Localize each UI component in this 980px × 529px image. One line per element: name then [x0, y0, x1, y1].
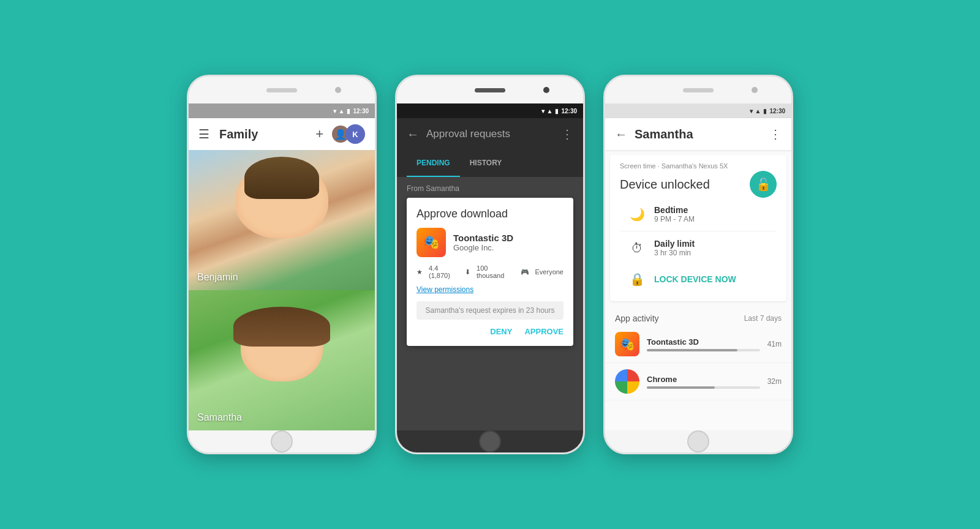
chrome-bar-fill: [647, 386, 715, 389]
app-row-toontastic[interactable]: 🎭 Toontastic 3D 41m: [605, 326, 791, 363]
daily-limit-value: 3 hr 30 min: [654, 249, 767, 257]
app-downloads: 100 thousand: [477, 264, 514, 279]
wifi-icon-2: ▾: [541, 108, 545, 114]
phone-approval: ▾ ▲ ▮ 12:30 ← Approval requests ⋮ PENDIN…: [395, 75, 585, 454]
approve-button[interactable]: APPROVE: [524, 327, 564, 336]
chrome-name: Chrome: [647, 375, 760, 384]
app-activity-days: Last 7 days: [744, 314, 782, 323]
toontastic-time: 41m: [767, 340, 782, 348]
timer-icon: ⏱: [630, 241, 644, 255]
home-button-2[interactable]: [479, 430, 501, 452]
battery-icon-3: ▮: [763, 108, 767, 114]
more-options-icon[interactable]: ⋮: [561, 127, 573, 141]
status-time-3: 12:30: [769, 108, 785, 114]
home-button-1[interactable]: [271, 430, 293, 452]
screen-time-card: Screen time · Samantha's Nexus 5X Device…: [610, 155, 786, 301]
app-icon-toontastic: 🎭: [417, 228, 446, 257]
card-actions: DENY APPROVE: [417, 327, 564, 336]
status-bar-2: ▾ ▲ ▮ 12:30: [397, 103, 583, 118]
speaker-1: [266, 88, 297, 92]
back-button-3[interactable]: ←: [615, 127, 627, 141]
camera-1: [335, 87, 341, 93]
rating-icon: 🎮: [521, 268, 529, 276]
phone3-screen: ▾ ▲ ▮ 12:30 ← Samantha ⋮ Screen time · S…: [605, 103, 791, 430]
approve-download-title: Approve download: [417, 208, 564, 220]
approval-title: Approval requests: [426, 128, 554, 140]
child-name-samantha-1: Samantha: [197, 412, 242, 423]
tabs-bar: PENDING HISTORY: [397, 150, 583, 177]
battery-icon-2: ▮: [555, 108, 559, 114]
toontastic-info: Toontastic 3D: [647, 337, 760, 351]
camera-3: [752, 87, 758, 93]
signal-icon: ▲: [339, 108, 345, 114]
screen-time-status-row: Device unlocked 🔓: [620, 171, 777, 198]
phone-family: ▾ ▲ ▮ 12:30 ☰ Family + 👤 K: [187, 75, 377, 454]
lock-device-row: 🔒 LOCK DEVICE NOW: [620, 264, 777, 294]
device-status: Device unlocked: [620, 178, 710, 192]
deny-button[interactable]: DENY: [490, 327, 512, 336]
screen-time-label: Screen time · Samantha's Nexus 5X: [620, 162, 777, 170]
view-permissions-link[interactable]: View permissions: [417, 285, 564, 294]
wifi-icon-3: ▾: [750, 108, 753, 114]
chrome-time: 32m: [767, 377, 782, 386]
from-label: From Samantha: [397, 177, 583, 198]
child-photo-samantha[interactable]: Samantha: [189, 290, 375, 430]
phone-top-2: [397, 77, 583, 103]
content-rating: Everyone: [535, 268, 564, 276]
status-bar-1: ▾ ▲ ▮ 12:30: [189, 103, 375, 118]
approval-header: ← Approval requests ⋮: [397, 118, 583, 150]
signal-icon-2: ▲: [547, 108, 553, 114]
toontastic-icon: 🎭: [615, 332, 639, 356]
app-activity-header: App activity Last 7 days: [605, 306, 791, 326]
toontastic-name: Toontastic 3D: [647, 337, 760, 347]
bedtime-icon: 🌙: [630, 207, 644, 222]
samantha-header: ← Samantha ⋮: [605, 118, 791, 150]
speaker-3: [683, 88, 714, 92]
phones-container: ▾ ▲ ▮ 12:30 ☰ Family + 👤 K: [175, 62, 805, 467]
avatar-group: 👤 K: [331, 124, 365, 144]
chrome-info: Chrome: [647, 375, 760, 389]
tab-history[interactable]: HISTORY: [460, 150, 512, 177]
lock-open-icon: 🔓: [756, 177, 771, 192]
phone-bottom-1: [189, 430, 375, 452]
app-developer: Google Inc.: [453, 243, 513, 252]
daily-limit-label: Daily limit: [654, 239, 767, 249]
toontastic-usage-bar: [647, 349, 760, 351]
wifi-icon: ▾: [333, 108, 336, 114]
phone1-screen: ▾ ▲ ▮ 12:30 ☰ Family + 👤 K: [189, 103, 375, 430]
app-row-chrome[interactable]: Chrome 32m: [605, 363, 791, 400]
toontastic-bar-fill: [647, 349, 737, 351]
phone2-screen: ▾ ▲ ▮ 12:30 ← Approval requests ⋮ PENDIN…: [397, 103, 583, 430]
approval-card: Approve download 🎭 Toontastic 3D Google …: [407, 198, 573, 346]
child-name-benjamin: Benjamin: [197, 272, 238, 283]
add-member-button[interactable]: +: [315, 126, 323, 142]
child-photo-benjamin[interactable]: Benjamin: [189, 150, 375, 290]
status-time-2: 12:30: [561, 108, 577, 114]
app-activity-title: App activity: [615, 313, 659, 323]
more-options-icon-3[interactable]: ⋮: [769, 127, 782, 141]
chrome-icon: [615, 369, 639, 394]
app-rating: 4.4 (1,870): [429, 264, 459, 279]
status-bar-3: ▾ ▲ ▮ 12:30: [605, 103, 791, 118]
app-name: Toontastic 3D: [453, 233, 513, 243]
avatar-initial: K: [345, 124, 365, 144]
star-icon: ★: [417, 268, 423, 276]
status-time-1: 12:30: [353, 108, 369, 114]
app-details: Toontastic 3D Google Inc.: [453, 233, 513, 252]
phone-bottom-3: [605, 430, 791, 452]
app-info: 🎭 Toontastic 3D Google Inc.: [417, 228, 564, 257]
camera-2: [543, 87, 549, 93]
battery-icon: ▮: [347, 108, 350, 114]
bedtime-value: 9 PM - 7 AM: [654, 215, 767, 223]
home-button-3[interactable]: [687, 430, 709, 452]
tab-pending[interactable]: PENDING: [407, 150, 460, 177]
daily-limit-info: Daily limit 3 hr 30 min: [654, 239, 767, 257]
lock-device-circle-button[interactable]: 🔓: [750, 171, 777, 198]
back-button[interactable]: ←: [407, 127, 419, 141]
speaker-2: [475, 88, 505, 92]
phone-top-3: [605, 77, 791, 103]
menu-icon[interactable]: ☰: [198, 127, 209, 141]
phone-samantha-detail: ▾ ▲ ▮ 12:30 ← Samantha ⋮ Screen time · S…: [603, 75, 793, 454]
chrome-usage-bar: [647, 386, 760, 389]
lock-device-button[interactable]: LOCK DEVICE NOW: [654, 274, 736, 284]
